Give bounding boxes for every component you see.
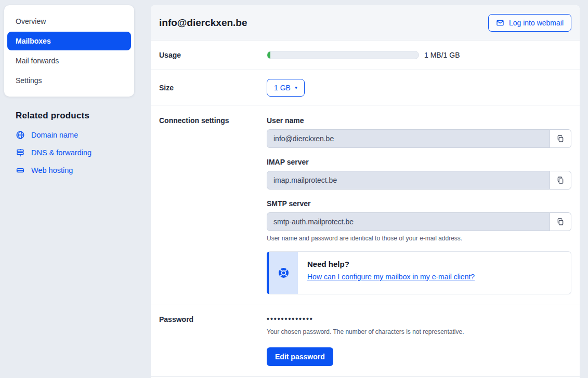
smtp-server-field[interactable]	[267, 212, 550, 231]
copy-icon	[556, 176, 565, 184]
server-icon	[16, 166, 25, 175]
copy-smtp-button[interactable]	[550, 212, 571, 231]
size-label: Size	[159, 84, 267, 92]
mailbox-nav-card: Overview Mailboxes Mail forwards Setting…	[4, 5, 134, 97]
size-row: Size 1 GB ▾	[151, 70, 580, 105]
related-products-section: Related products Domain name DNS & forwa…	[16, 111, 135, 183]
signpost-icon	[16, 148, 25, 157]
chevron-down-icon: ▾	[295, 85, 297, 90]
password-row: Password ••••••••••••• Your chosen passw…	[151, 304, 580, 377]
page-title: info@dierckxen.be	[159, 17, 247, 29]
log-into-webmail-label: Log into webmail	[509, 19, 564, 27]
usage-progress-bar	[267, 51, 419, 59]
password-label: Password	[159, 315, 267, 366]
sidebar-item-overview[interactable]: Overview	[7, 12, 131, 31]
related-link-web-hosting[interactable]: Web hosting	[16, 166, 135, 175]
sidebar-item-mail-forwards[interactable]: Mail forwards	[7, 51, 131, 70]
need-help-title: Need help?	[307, 260, 475, 268]
copy-icon	[556, 218, 565, 226]
masked-password: •••••••••••••	[267, 315, 571, 322]
related-link-dns-forwarding[interactable]: DNS & forwarding	[16, 148, 135, 157]
sidebar-item-mailboxes[interactable]: Mailboxes	[7, 32, 131, 50]
edit-password-button[interactable]: Edit password	[267, 347, 333, 366]
help-icon-area	[269, 252, 298, 294]
copy-imap-button[interactable]	[550, 171, 571, 190]
usage-progress-fill	[267, 51, 270, 59]
usage-label: Usage	[159, 51, 267, 59]
imap-field-group: IMAP server	[267, 158, 571, 190]
related-link-label: DNS & forwarding	[31, 148, 92, 157]
password-note: Your chosen password. The number of char…	[267, 328, 571, 335]
log-into-webmail-button[interactable]: Log into webmail	[488, 14, 571, 32]
mailbox-detail-panel: info@dierckxen.be Log into webmail Usage…	[151, 5, 580, 378]
connection-settings-row: Connection settings User name	[151, 105, 580, 304]
need-help-box: Need help? How can I configure my mailbo…	[267, 251, 571, 294]
imap-server-label: IMAP server	[267, 158, 571, 166]
related-products-heading: Related products	[16, 111, 135, 121]
copy-icon	[556, 134, 565, 143]
connection-note: User name and password are identical to …	[267, 235, 571, 242]
sidebar-item-settings[interactable]: Settings	[7, 71, 131, 90]
related-link-domain-name[interactable]: Domain name	[16, 130, 135, 140]
copy-username-button[interactable]	[550, 129, 571, 148]
username-field[interactable]	[267, 129, 550, 148]
lifebuoy-icon	[278, 267, 290, 279]
envelope-icon	[496, 19, 504, 27]
imap-server-field[interactable]	[267, 171, 550, 190]
related-link-label: Web hosting	[31, 166, 73, 174]
configure-mailbox-help-link[interactable]: How can I configure my mailbox in my e-m…	[307, 273, 475, 281]
panel-header: info@dierckxen.be Log into webmail	[151, 5, 580, 40]
globe-icon	[16, 130, 25, 140]
username-field-group: User name	[267, 116, 571, 148]
smtp-field-group: SMTP server	[267, 199, 571, 231]
connection-settings-label: Connection settings	[159, 116, 267, 294]
size-dropdown[interactable]: 1 GB ▾	[267, 79, 305, 97]
related-link-label: Domain name	[31, 131, 78, 139]
smtp-server-label: SMTP server	[267, 199, 571, 208]
usage-value: 1 MB/1 GB	[424, 51, 460, 59]
usage-row: Usage 1 MB/1 GB	[151, 40, 580, 70]
username-label: User name	[267, 116, 571, 125]
size-dropdown-value: 1 GB	[274, 84, 291, 92]
